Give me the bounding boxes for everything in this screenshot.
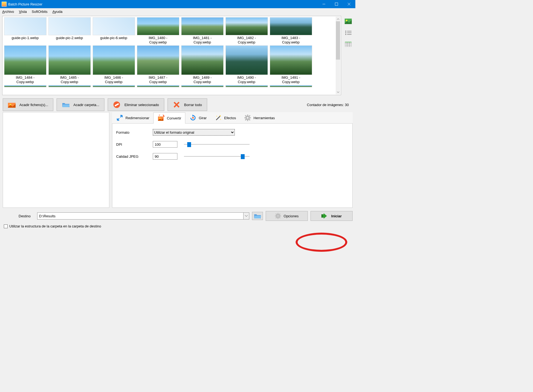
menu-archivo[interactable]: Archivo (2, 10, 14, 14)
thumb-label: guide-pic-6.webp (100, 36, 127, 40)
tab-resize[interactable]: Redimensionar (112, 112, 153, 123)
add-files-icon (8, 101, 16, 109)
svg-point-32 (220, 119, 221, 120)
gallery-scrollbar[interactable] (336, 17, 340, 94)
clear-icon (173, 101, 180, 109)
thumb-label: IMG_1485 - Copy.webp (60, 75, 79, 84)
thumb-image[interactable] (4, 85, 46, 87)
clear-all-button[interactable]: Borrar todo (168, 98, 207, 111)
effects-icon (215, 114, 222, 121)
svg-line-39 (245, 115, 246, 116)
dpi-slider-handle[interactable] (187, 142, 191, 147)
menu-ayuda[interactable]: Ayuda (52, 10, 63, 14)
preview-panel (3, 112, 109, 208)
thumb-image[interactable] (48, 85, 91, 87)
tab-effects[interactable]: Efectos (211, 112, 240, 123)
view-thumbnails-icon[interactable] (343, 17, 353, 25)
quality-input[interactable] (153, 153, 177, 160)
svg-line-29 (216, 116, 220, 120)
thumb-image[interactable] (48, 17, 91, 35)
svg-line-52 (276, 217, 277, 218)
quality-slider-handle[interactable] (241, 154, 245, 159)
thumb-image[interactable] (4, 17, 46, 35)
minimize-button[interactable] (318, 0, 330, 8)
view-grid-icon[interactable] (343, 40, 353, 48)
thumb-label: IMG_1481 - Copy.webp (193, 36, 212, 44)
close-button[interactable] (343, 0, 355, 8)
dpi-slider[interactable] (184, 142, 250, 147)
svg-rect-1 (335, 3, 338, 5)
menu-softorbits[interactable]: SoftOrbits (32, 10, 48, 14)
thumb-image[interactable] (93, 17, 135, 35)
scroll-down-icon[interactable] (336, 90, 340, 94)
svg-marker-27 (192, 115, 194, 117)
titlebar: Batch Picture Resizer (0, 0, 355, 8)
thumb-image[interactable] (181, 45, 224, 75)
svg-point-10 (345, 34, 346, 35)
tab-tools[interactable]: Herramientas (240, 112, 279, 123)
destination-combo[interactable] (37, 212, 249, 220)
thumb-image[interactable] (4, 45, 46, 75)
thumb-label: IMG_1487 - Copy.webp (149, 75, 168, 84)
thumb-label: IMG_1489 - Copy.webp (193, 75, 212, 84)
add-files-button[interactable]: Acadir fichero(s)... (3, 98, 53, 111)
highlight-ring (296, 233, 347, 252)
start-label: Iniciar (331, 214, 342, 218)
thumb-image[interactable] (181, 17, 224, 35)
thumb-image[interactable] (93, 85, 135, 87)
tab-tools-label: Herramientas (253, 116, 275, 120)
thumb-image[interactable] (137, 85, 179, 87)
svg-point-34 (247, 117, 248, 119)
menu-vista[interactable]: Vista (19, 10, 27, 14)
thumb-image[interactable] (226, 17, 268, 35)
view-details-icon[interactable] (343, 29, 353, 37)
folder-structure-checkbox[interactable] (4, 224, 8, 228)
thumb-image[interactable] (226, 45, 268, 75)
svg-line-40 (249, 119, 250, 120)
thumb-label: IMG_1483 - Copy.webp (282, 36, 300, 44)
actions-toolbar: Acadir fichero(s)... Acadir carpeta... E… (0, 96, 355, 112)
add-folder-button[interactable]: Acadir carpeta... (57, 98, 104, 111)
tab-bar: Redimensionar Convertir Girar Efectos (112, 112, 353, 124)
window-title: Batch Picture Resizer (8, 2, 318, 6)
image-counter: Contador de imágenes: 30 (307, 103, 353, 107)
thumb-image[interactable] (181, 85, 224, 87)
thumb-image[interactable] (48, 45, 91, 75)
add-folder-label: Acadir carpeta... (73, 103, 99, 107)
thumbnail-gallery[interactable]: guide-pic-1.webp guide-pic-2.webp guide-… (2, 16, 341, 95)
dpi-label: DPI (116, 142, 149, 147)
quality-label: Calidad JPEG (116, 154, 149, 159)
view-mode-toolbar (343, 16, 353, 95)
scrollbar-thumb[interactable] (336, 21, 340, 60)
start-button[interactable]: Iniciar (311, 211, 353, 221)
thumb-label: IMG_1491 - Copy.webp (282, 75, 300, 84)
remove-selected-button[interactable]: Eliminar seleccionado (108, 98, 164, 111)
maximize-button[interactable] (330, 0, 343, 8)
thumb-image[interactable] (137, 45, 179, 75)
tab-convert[interactable]: Convertir (153, 112, 185, 124)
rotate-icon (189, 114, 197, 121)
add-files-label: Acadir fichero(s)... (19, 103, 48, 107)
options-button[interactable]: Opciones (266, 211, 308, 221)
format-select[interactable]: Utilizar el formato original (153, 129, 235, 136)
thumb-image[interactable] (270, 45, 312, 75)
svg-point-8 (345, 32, 346, 33)
svg-point-44 (277, 215, 279, 217)
thumb-image[interactable] (270, 85, 312, 87)
thumb-label: guide-pic-2.webp (56, 36, 83, 40)
chevron-down-icon[interactable] (243, 212, 249, 220)
quality-slider[interactable] (184, 154, 250, 159)
dpi-input[interactable] (153, 141, 177, 148)
browse-folder-button[interactable] (252, 212, 263, 220)
thumb-image[interactable] (93, 45, 135, 75)
tab-rotate[interactable]: Girar (185, 112, 211, 123)
thumb-image[interactable] (137, 17, 179, 35)
scroll-up-icon[interactable] (336, 17, 340, 21)
options-label: Opciones (284, 214, 299, 218)
destination-input[interactable] (37, 212, 243, 220)
thumb-label: IMG_1480 - Copy.webp (149, 36, 168, 44)
thumb-image[interactable] (226, 85, 268, 87)
add-folder-icon (62, 101, 69, 109)
thumb-image[interactable] (270, 17, 312, 35)
svg-rect-54 (321, 214, 323, 218)
